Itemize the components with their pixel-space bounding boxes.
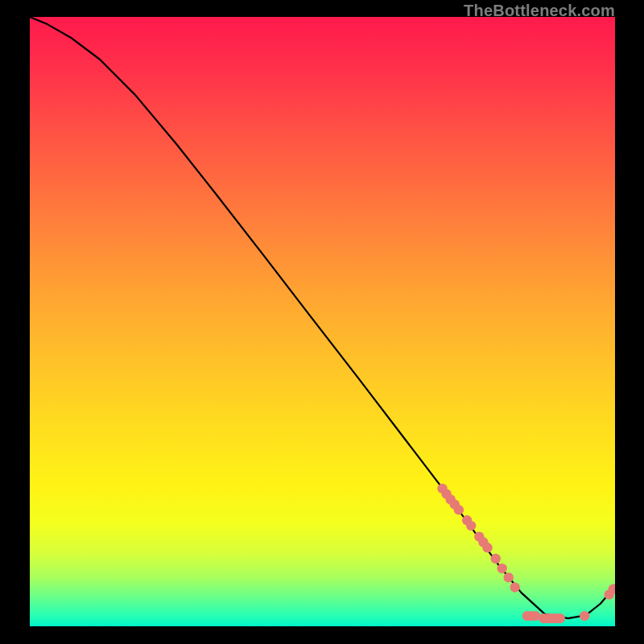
data-point <box>497 564 507 573</box>
data-point <box>466 521 476 530</box>
chart-stage: TheBottleneck.com <box>0 0 644 644</box>
plot-area <box>30 17 615 626</box>
data-point <box>454 505 464 514</box>
data-point <box>580 611 589 621</box>
data-point <box>491 554 501 564</box>
bottleneck-curve <box>30 17 615 618</box>
data-point-group <box>437 484 615 624</box>
data-point <box>482 543 492 552</box>
chart-overlay-svg <box>30 17 615 626</box>
data-point <box>555 613 565 623</box>
data-point <box>510 582 520 592</box>
data-point <box>504 572 514 582</box>
